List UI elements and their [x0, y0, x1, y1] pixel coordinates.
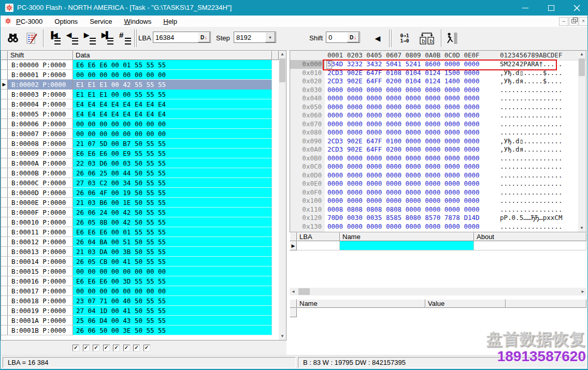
- shift-cell[interactable]: B:00016 P:0000: [8, 276, 73, 286]
- scroll-up-icon[interactable]: ▲: [279, 51, 286, 58]
- hex-bytes[interactable]: 0000 0000 0000 0000 0000 0000 0000 0000: [327, 188, 480, 197]
- step-input[interactable]: [234, 34, 265, 41]
- hex-bytes[interactable]: 0000 0000 0000 0000 0000 0000 0000 0000: [327, 120, 480, 129]
- grid-row[interactable]: B:00013 P:000021 03 DA 00 3B 50 55 55: [1, 247, 279, 257]
- hex-bytes[interactable]: 0008 0808 0808 0808 0000 0000 0000 0000: [327, 205, 480, 214]
- data-cell[interactable]: 26 06 24 00 42 50 55 55: [73, 208, 272, 217]
- shift-cell[interactable]: B:00014 P:0000: [8, 257, 73, 267]
- hex-bytes[interactable]: 0000 0000 0000 0000 0000 0000 0000 0000: [327, 111, 480, 120]
- row-select-gutter[interactable]: [1, 296, 8, 306]
- scroll-down-icon[interactable]: ▼: [279, 333, 286, 340]
- row-select-gutter[interactable]: [1, 227, 8, 237]
- hex-vertical-scrollbar[interactable]: ▲ ▼: [578, 51, 585, 232]
- grid-row[interactable]: B:00007 P:000000 00 00 00 00 00 00 00: [1, 129, 279, 139]
- mdi-minimize-button[interactable]: –: [559, 17, 568, 26]
- hex-ascii[interactable]: pР.0.5……ЂЂ…pxxСМ: [500, 214, 562, 223]
- shift-cell[interactable]: B:00010 P:0000: [8, 217, 73, 227]
- row-select-gutter[interactable]: [1, 139, 8, 149]
- row-select-gutter[interactable]: [1, 178, 8, 188]
- grid-row[interactable]: B:0000C P:000027 03 C2 00 34 50 55 55: [1, 178, 279, 188]
- hex-ascii[interactable]: ................: [500, 188, 562, 197]
- hex-ascii[interactable]: ................: [500, 94, 562, 103]
- grid-row[interactable]: ▶B:00002 P:0000E1 E1 E1 00 42 55 55 55: [1, 80, 279, 90]
- grid-row[interactable]: B:0001B P:000026 06 50 00 3E 50 55 55: [1, 325, 279, 335]
- minimize-button[interactable]: [513, 0, 537, 16]
- grid-row[interactable]: B:00017 P:000000 00 00 00 00 00 00 00: [1, 286, 279, 296]
- data-cell[interactable]: 21 07 5D 00 B7 50 55 55: [73, 139, 272, 149]
- shift-cell[interactable]: B:00003 P:0000: [8, 90, 73, 99]
- maximize-button[interactable]: [539, 0, 563, 16]
- lba-table-header-about[interactable]: About: [474, 232, 586, 241]
- row-select-gutter[interactable]: [1, 188, 8, 198]
- row-select-gutter[interactable]: [1, 237, 8, 247]
- scroll-right-icon[interactable]: ►: [579, 288, 586, 295]
- grid-row[interactable]: B:00004 P:0000E4 E4 E4 E4 E4 E4 E4 E4: [1, 99, 279, 109]
- data-cell[interactable]: 26 04 BA 00 51 50 55 55: [73, 237, 272, 247]
- about-cell[interactable]: [474, 241, 586, 250]
- menu-item-options[interactable]: Options: [54, 18, 78, 25]
- row-select-gutter[interactable]: [1, 168, 8, 178]
- goto-number-button[interactable]: #: [118, 30, 133, 47]
- grid-row[interactable]: B:00005 P:0000E4 E4 E4 E4 E4 E4 E4 E4: [1, 109, 279, 119]
- grid-row[interactable]: B:00015 P:000000 00 00 00 00 00 00 00: [1, 267, 279, 276]
- horizontal-scrollbar[interactable]: ◄ ►: [290, 288, 586, 295]
- hex-ascii[interactable]: ................: [500, 180, 562, 188]
- mdi-restore-button[interactable]: [569, 17, 578, 26]
- search-button[interactable]: [5, 30, 21, 47]
- data-cell[interactable]: 26 05 CB 00 41 50 55 55: [73, 257, 272, 267]
- lba-table-header-lba[interactable]: LBA: [297, 232, 340, 241]
- hex-ascii[interactable]: ................: [500, 120, 562, 129]
- data-cell[interactable]: E1 E1 E1 00 42 55 55 55: [73, 80, 272, 90]
- hex-bytes[interactable]: 0000 0000 0000 0000 0000 0000 0000 0000: [327, 197, 480, 205]
- hex-row[interactable]: 0x0E00000 0000 0000 0000 0000 0000 0000 …: [290, 180, 578, 188]
- data-cell[interactable]: E4 E4 E4 E4 E4 E4 E4 E4: [73, 109, 272, 119]
- grid-row[interactable]: B:00011 P:0000E6 E6 E6 00 01 55 55 55: [1, 227, 279, 237]
- grid-row[interactable]: B:0000F P:000026 06 24 00 42 50 55 55: [1, 208, 279, 217]
- row-select-gutter[interactable]: [1, 316, 8, 325]
- data-cell[interactable]: E1 E1 E1 00 00 55 55 55: [73, 90, 272, 99]
- hex-row[interactable]: 0x0F00000 0000 0000 0000 0000 0000 0000 …: [290, 188, 578, 197]
- column-checkbox[interactable]: ✓: [93, 345, 99, 351]
- grid-header-data[interactable]: Data: [73, 51, 272, 60]
- edit-notes-button[interactable]: [23, 30, 40, 47]
- shift-cell[interactable]: B:00000 P:0000: [8, 60, 73, 70]
- column-checkbox[interactable]: ✓: [83, 345, 90, 351]
- row-select-gutter[interactable]: [1, 208, 8, 217]
- shift-cell[interactable]: B:0001A P:0000: [8, 316, 73, 325]
- step-dropdown-button[interactable]: ▼: [265, 32, 275, 42]
- grid-row[interactable]: B:0000A P:000022 03 D6 00 03 50 55 55: [1, 158, 279, 168]
- hex-bytes[interactable]: 0000 0000 0000 0000 0000 0000 0000 0000: [327, 223, 480, 231]
- row-select-gutter[interactable]: [1, 70, 8, 80]
- data-cell[interactable]: 27 04 1D 00 41 50 55 55: [73, 306, 272, 316]
- grid-row[interactable]: B:00008 P:000021 07 5D 00 B7 50 55 55: [1, 139, 279, 149]
- hex-bytes[interactable]: 0000 0000 0000 0000 0000 0000 0000 0000: [327, 86, 480, 95]
- hex-row[interactable]: 0x0300000 0000 0000 0000 0000 0000 0000 …: [290, 86, 578, 95]
- goto-last-button[interactable]: ▶▌: [100, 30, 116, 47]
- props-row-gutter[interactable]: [290, 308, 297, 317]
- shift-cell[interactable]: B:0000D P:0000: [8, 188, 73, 198]
- invert-bits-button[interactable]: 0→1 1→0: [395, 30, 414, 47]
- data-cell[interactable]: 21 03 DA 00 3B 50 55 55: [73, 247, 272, 257]
- shift-cell[interactable]: B:00004 P:0000: [8, 99, 73, 109]
- hex-ascii[interactable]: ................: [500, 162, 562, 171]
- shift-cell[interactable]: B:00008 P:0000: [8, 139, 73, 149]
- lba-dec-button[interactable]: D↓: [198, 32, 210, 42]
- data-cell[interactable]: 26 06 4F 00 19 50 55 55: [73, 188, 272, 198]
- grid-vertical-scrollbar[interactable]: ▲ ▼: [279, 51, 286, 340]
- lba-cell[interactable]: [297, 241, 340, 250]
- data-cell[interactable]: 25 06 D4 00 43 50 55 55: [73, 316, 272, 325]
- hex-ascii[interactable]: ................: [500, 171, 562, 180]
- grid-row[interactable]: B:00000 P:0000E6 E6 E6 00 01 55 55 55: [1, 60, 279, 70]
- shift-cell[interactable]: B:00007 P:0000: [8, 129, 73, 139]
- name-cell[interactable]: [340, 241, 474, 250]
- grid-row[interactable]: B:00012 P:000026 04 BA 00 51 50 55 55: [1, 237, 279, 247]
- row-select-gutter[interactable]: [1, 217, 8, 227]
- row-select-gutter[interactable]: [1, 286, 8, 296]
- data-cell[interactable]: E4 E4 E4 E4 E4 E4 E4 E4: [73, 99, 272, 109]
- row-select-gutter[interactable]: [1, 119, 8, 129]
- hex-bytes[interactable]: 2CD3 902E 64FF 0200 0000 0000 0000 0000: [327, 145, 480, 154]
- hex-ascii[interactable]: ................: [500, 111, 562, 120]
- data-cell[interactable]: 00 00 00 00 00 00 00 00: [73, 119, 272, 129]
- back-button[interactable]: ◀: [370, 30, 385, 47]
- scrollbar-thumb[interactable]: [579, 58, 585, 76]
